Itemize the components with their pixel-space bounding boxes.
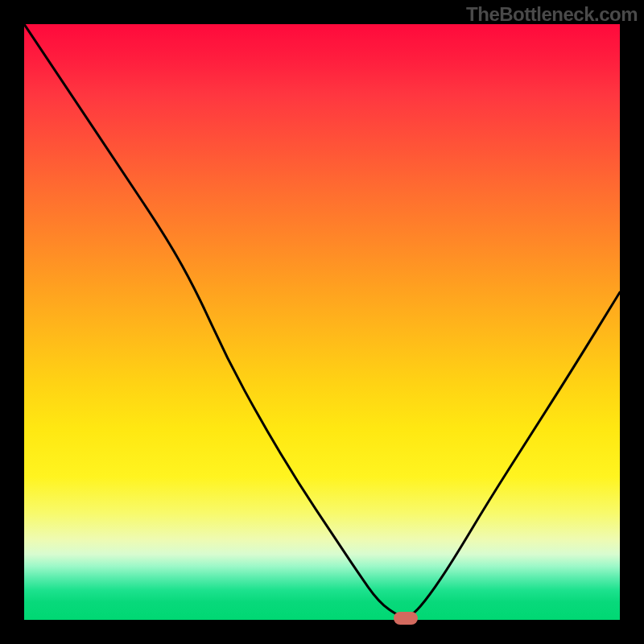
- watermark-text: TheBottleneck.com: [466, 3, 638, 26]
- optimal-point-marker: [394, 612, 418, 625]
- bottleneck-curve-path: [24, 24, 620, 617]
- bottleneck-chart: [24, 24, 620, 620]
- bottleneck-curve-svg: [24, 24, 620, 620]
